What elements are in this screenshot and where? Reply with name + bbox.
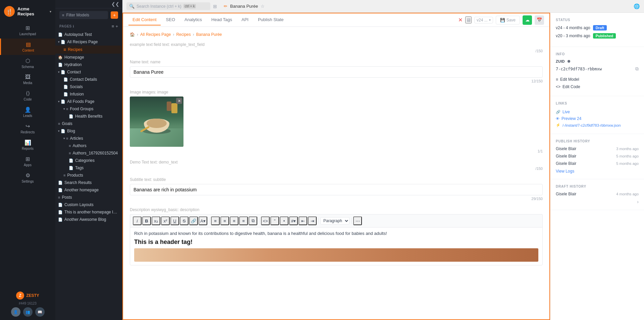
version-selector[interactable]: v24 ... ▾ (474, 17, 493, 23)
toolbar-superscript[interactable]: x² (161, 216, 170, 225)
nav-item-media[interactable]: 🖼 Media (0, 71, 55, 87)
copy-guid-btn[interactable]: ⧉ (635, 66, 639, 72)
tree-item-articles[interactable]: ▾ ≡ Articles (55, 135, 122, 142)
publish-name-2: Gisele Blair (556, 154, 576, 158)
tree-item-recipes[interactable]: ≡ Recipes (55, 46, 122, 54)
users-icon[interactable]: 👥 (23, 307, 33, 317)
add-content-btn[interactable]: + (111, 11, 118, 19)
tree-item-food-groups[interactable]: ▾ ≡ Food Groups (55, 105, 122, 113)
tab-head-tags[interactable]: Head Tags (207, 14, 236, 25)
toolbar-code[interactable]: <> (261, 216, 270, 225)
tree-item-authors[interactable]: ≡ Authors (55, 142, 122, 149)
save-btn[interactable]: 💾 Save (496, 16, 520, 24)
wysiwyg-editor[interactable]: Rich in potassium and known for its cont… (130, 227, 543, 265)
tree-item-another-awesome-blog[interactable]: 📄 Another Awesome Blog (55, 216, 122, 223)
tree-item-homepage[interactable]: 🏠 Homepage (55, 54, 122, 61)
tab-api[interactable]: API (237, 14, 253, 25)
toolbar-align-right[interactable]: ≡ (230, 216, 238, 225)
toolbar-quote[interactable]: " (270, 216, 279, 225)
tab-edit-content[interactable]: Edit Content (128, 14, 161, 25)
nav-item-content[interactable]: ▤ Content (0, 39, 55, 55)
toolbar-align-justify[interactable]: ≡ (239, 216, 248, 225)
publish-btn[interactable]: ☁ (523, 15, 532, 25)
toolbar-align-center[interactable]: ≡ (220, 216, 229, 225)
nav-item-schema[interactable]: ⬡ Schema (0, 55, 55, 71)
app-logo[interactable]: 🍴 Acme Recipes ▾ (0, 3, 55, 19)
instance-search[interactable]: 🔍 Search Instance (ctrl + k) ctrl + k (126, 2, 210, 10)
nav-item-code[interactable]: ⟨⟩ Code (0, 87, 55, 104)
editor-close-btn[interactable]: ✕ (458, 17, 463, 23)
tab-analytics[interactable]: Analytics (180, 14, 206, 25)
nav-item-reports[interactable]: 📊 Reports (0, 137, 55, 153)
toolbar-outdent[interactable]: ⇥ (308, 216, 317, 225)
image-remove-btn[interactable]: ✕ (176, 98, 182, 104)
toolbar-ordered-list[interactable]: #▾ (289, 216, 298, 225)
recipes-list-icon: ≡ (63, 47, 66, 52)
tree-item-contact[interactable]: ▾ 📄 Contact (55, 68, 122, 76)
name-field-block: Name text: name 12/150 (130, 60, 543, 83)
nav-item-settings[interactable]: ⚙ Settings (0, 170, 55, 186)
nav-item-redirects[interactable]: ↪ Redirects (0, 120, 55, 137)
user-avatar[interactable]: 👤 (11, 307, 20, 317)
toolbar-block-quote[interactable]: ⧉ (249, 216, 257, 225)
tab-publish-state[interactable]: Publish State (254, 14, 288, 25)
toolbar-subscript[interactable]: x₂ (152, 216, 160, 225)
toolbar-more[interactable]: ⋯ (353, 216, 362, 225)
toolbar-underline[interactable]: U (170, 216, 179, 225)
instant-link[interactable]: ⚡ /-/instant/7-c2cf9df783-rbbmxw.json (556, 122, 639, 128)
name-input[interactable] (130, 66, 543, 78)
tree-item-contact-details[interactable]: 📄 Contact Details (55, 76, 122, 83)
tree-item-health-benefits[interactable]: 📄 Health Benefits (55, 113, 122, 120)
nav-item-launchpad[interactable]: ⊞ Launchpad (0, 22, 55, 39)
collapse-sidebar-btn[interactable]: ❮❮ (111, 1, 119, 7)
nav-item-leads[interactable]: 👤 Leads (0, 104, 55, 120)
toolbar-bullet-list[interactable]: • (280, 216, 288, 225)
schedule-btn[interactable]: 📅 (535, 15, 544, 25)
toolbar-italic[interactable]: i (133, 216, 142, 225)
tree-item-autolayout-test[interactable]: 📄 Autolayout Test (55, 31, 122, 38)
filter-btn[interactable]: ⊞ (213, 4, 217, 9)
toolbar-strikethrough[interactable]: S (180, 216, 189, 225)
edit-code-link[interactable]: <> Edit Code (556, 83, 639, 90)
toolbar-align-left[interactable]: ≡ (211, 216, 220, 225)
pin-doc-btn[interactable]: ☆ (261, 4, 265, 9)
tree-item-products[interactable]: ≡ Products (55, 172, 122, 179)
help-icon[interactable]: 📖 (35, 307, 45, 317)
expand-draft-history-btn[interactable]: › (637, 199, 639, 204)
add-page-btn[interactable]: + (115, 24, 118, 29)
live-link[interactable]: 🔗 Live (556, 109, 639, 115)
tree-item-all-recipes-page[interactable]: ▾ 📄 All Recipes Page (55, 38, 122, 46)
status-section: STATUS v24 - 4 months ago Draft v20 - 3 … (550, 13, 644, 47)
tab-seo[interactable]: SEO (162, 14, 179, 25)
device-preview-btn[interactable]: 🖥 (465, 16, 472, 23)
tree-item-all-foods-page[interactable]: ▾ 📄 All Foods Page (55, 98, 122, 105)
tree-item-another-homepage-item[interactable]: 📄 This is another homepage ITEM (55, 208, 122, 216)
list-view-btn[interactable]: ≡ (112, 24, 114, 29)
tree-item-posts[interactable]: ≡ Posts (55, 194, 122, 201)
nav-item-apps[interactable]: ⊞ Apps (0, 153, 55, 170)
breadcrumb-recipes[interactable]: Recipes (176, 32, 191, 37)
toolbar-paragraph-select[interactable]: Paragraph Heading 1 Heading 2 Heading 3 (320, 217, 350, 225)
toolbar-link[interactable]: 🔗 (189, 216, 198, 225)
view-logs-link[interactable]: View Logs (556, 169, 574, 174)
breadcrumb-all-recipes[interactable]: All Recipes Page (140, 32, 171, 37)
subtitle-input[interactable] (130, 184, 543, 195)
toolbar-indent[interactable]: ⇤ (299, 216, 307, 225)
tree-item-categories[interactable]: 📄 Categories (55, 157, 122, 164)
preview-link[interactable]: 👁 Preview 24 (556, 115, 639, 122)
tree-item-socials[interactable]: 📄 Socials (55, 83, 122, 90)
tree-item-authors-1679[interactable]: ≡ Authors_1679260152504 (55, 149, 122, 157)
toolbar-highlight[interactable]: A▾ (199, 216, 207, 225)
tree-item-goals[interactable]: ≡ Goals (55, 120, 122, 127)
toolbar-bold[interactable]: B (142, 216, 151, 225)
tree-item-tags[interactable]: 📄 Tags (55, 164, 122, 172)
tree-item-another-homepage[interactable]: 📄 Another homepage (55, 186, 122, 194)
globe-icon[interactable]: 🌐 (634, 3, 640, 9)
tree-item-blog[interactable]: ▾ 📄 Blog (55, 127, 122, 135)
tree-item-hydration[interactable]: 📄 Hydration (55, 61, 122, 68)
breadcrumb-home[interactable]: 🏠 (130, 32, 135, 37)
edit-model-link[interactable]: ≡ Edit Model (556, 76, 639, 83)
tree-item-search-results[interactable]: 📄 Search Results (55, 179, 122, 186)
tree-item-infusion[interactable]: 📄 Infusion (55, 90, 122, 98)
tree-item-custom-layouts[interactable]: 📄 Custom Layouts (55, 201, 122, 208)
